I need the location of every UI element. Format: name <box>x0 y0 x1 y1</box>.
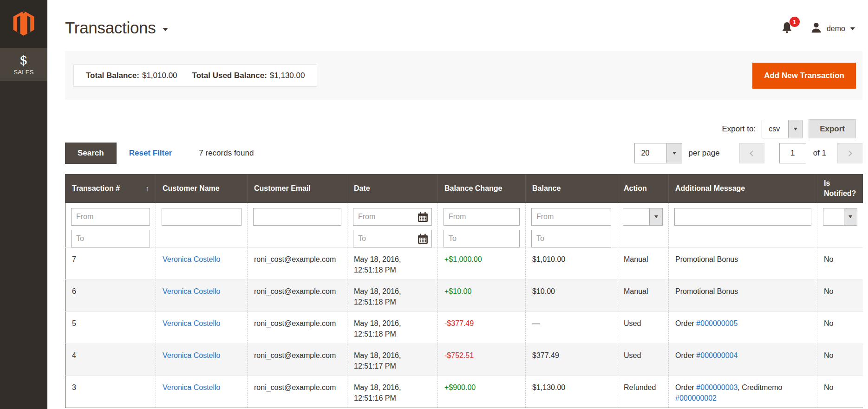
column-header-action[interactable]: Action <box>617 174 669 203</box>
customer-name-link[interactable]: Veronica Costello <box>163 255 221 263</box>
sidebar-item-sales[interactable]: $ SALES <box>0 48 47 81</box>
per-page-select[interactable]: 20 <box>634 143 682 163</box>
caret-down-icon <box>672 152 676 155</box>
column-header-balance[interactable]: Balance <box>526 174 617 203</box>
order-link[interactable]: #000000005 <box>696 319 737 327</box>
select-caret <box>666 143 682 163</box>
export-format-select[interactable]: csv <box>762 120 803 138</box>
date-from-calendar-button[interactable] <box>417 211 429 223</box>
column-header-additional-message[interactable]: Additional Message <box>669 174 817 203</box>
sidebar-item-label: SALES <box>13 69 33 76</box>
cell-is-notified: No <box>817 248 863 280</box>
cell-customer-name: Veronica Costello <box>156 376 248 408</box>
search-button[interactable]: Search <box>65 143 117 164</box>
filter-cell-balance <box>526 203 617 248</box>
column-header-is-notified[interactable]: Is Notified? <box>817 174 863 203</box>
next-page-button[interactable] <box>837 143 862 163</box>
add-new-transaction-button[interactable]: Add New Transaction <box>752 63 856 89</box>
filter-cell-is-notified <box>817 203 863 248</box>
filter-cell-transaction-id <box>65 203 156 248</box>
cell-customer-email: roni_cost@example.com <box>248 280 347 312</box>
transactions-table: ↑Transaction # Customer Name Customer Em… <box>65 174 863 408</box>
filter-notified-select[interactable] <box>823 208 857 226</box>
cell-balance-change: +$10.00 <box>438 280 526 312</box>
column-header-date[interactable]: Date <box>347 174 438 203</box>
cell-balance-change: +$1,000.00 <box>438 248 526 280</box>
column-header-customer-name[interactable]: Customer Name <box>156 174 248 203</box>
filter-cell-date <box>347 203 438 248</box>
customer-name-link[interactable]: Veronica Costello <box>163 383 221 391</box>
cell-customer-email: roni_cost@example.com <box>248 376 347 408</box>
filter-message-input[interactable] <box>674 208 811 226</box>
cell-date: May 18, 2016, 12:51:18 PM <box>347 280 438 312</box>
date-to-calendar-button[interactable] <box>417 233 429 245</box>
filter-balance-to-input[interactable] <box>531 230 611 247</box>
balance-summary-box: Total Balance:$1,010.00 Total Used Balan… <box>73 65 317 87</box>
cell-transaction-id: 7 <box>65 248 156 280</box>
column-header-customer-email[interactable]: Customer Email <box>248 174 347 203</box>
order-link[interactable]: #000000003 <box>696 383 737 391</box>
per-page-value: 20 <box>635 143 666 163</box>
filter-balance-change-from-input[interactable] <box>444 208 520 226</box>
chevron-right-icon <box>846 150 852 156</box>
previous-page-button[interactable] <box>739 143 764 163</box>
filter-action-select[interactable] <box>623 208 663 226</box>
cell-action: Used <box>617 312 669 344</box>
cell-balance: $1,010.00 <box>526 248 617 280</box>
cell-date: May 18, 2016, 12:51:17 PM <box>347 344 438 376</box>
table-row: 6 Veronica Costello roni_cost@example.co… <box>65 280 863 312</box>
calendar-icon <box>417 217 429 224</box>
reset-filter-link[interactable]: Reset Filter <box>129 149 172 158</box>
magento-logo[interactable] <box>0 0 47 48</box>
table-body: 7 Veronica Costello roni_cost@example.co… <box>65 248 863 408</box>
customer-name-link[interactable]: Veronica Costello <box>163 287 221 295</box>
filter-cell-customer-email <box>248 203 347 248</box>
chevron-left-icon <box>750 150 756 156</box>
export-to-label: Export to: <box>722 124 756 134</box>
cell-balance-change: -$752.51 <box>438 344 526 376</box>
cell-date: May 18, 2016, 12:51:16 PM <box>347 376 438 408</box>
cell-transaction-id: 6 <box>65 280 156 312</box>
select-caret <box>649 208 662 225</box>
admin-sidebar: $ SALES <box>0 0 47 409</box>
total-balance-label: Total Balance: <box>86 71 139 80</box>
cell-customer-email: roni_cost@example.com <box>248 312 347 344</box>
page-title-dropdown[interactable]: Transactions <box>65 19 168 36</box>
notification-badge: 1 <box>790 17 800 27</box>
order-link[interactable]: #000000002 <box>675 394 717 402</box>
customer-name-link[interactable]: Veronica Costello <box>163 351 221 359</box>
filter-balance-change-to-input[interactable] <box>444 230 520 247</box>
table-row: 4 Veronica Costello roni_cost@example.co… <box>65 344 863 376</box>
cell-transaction-id: 5 <box>65 312 156 344</box>
filter-transaction-to-input[interactable] <box>71 230 150 247</box>
table-row: 7 Veronica Costello roni_cost@example.co… <box>65 248 863 280</box>
per-page-label: per page <box>689 149 720 158</box>
filter-customer-name-input[interactable] <box>162 208 241 226</box>
column-header-balance-change[interactable]: Balance Change <box>438 174 526 203</box>
user-menu[interactable]: demo <box>810 21 855 36</box>
filter-balance-from-input[interactable] <box>531 208 611 226</box>
table-row: 3 Veronica Costello roni_cost@example.co… <box>65 376 863 408</box>
page-of-label: of 1 <box>813 149 826 158</box>
export-button[interactable]: Export <box>809 119 856 138</box>
customer-name-link[interactable]: Veronica Costello <box>163 319 221 327</box>
cell-balance: — <box>526 312 617 344</box>
cell-additional-message: Promotional Bonus <box>669 280 817 312</box>
page-number-input[interactable] <box>779 143 806 163</box>
caret-down-icon <box>654 215 658 218</box>
total-balance: Total Balance:$1,010.00 <box>86 71 177 80</box>
cell-additional-message: Order #000000005 <box>669 312 817 344</box>
order-link[interactable]: #000000004 <box>696 351 737 359</box>
filter-cell-additional-message <box>669 203 817 248</box>
caret-down-icon <box>794 128 797 130</box>
username: demo <box>827 25 845 33</box>
select-caret <box>844 208 857 225</box>
calendar-icon <box>417 239 429 246</box>
filter-transaction-from-input[interactable] <box>71 208 150 226</box>
cell-is-notified: No <box>817 280 863 312</box>
notifications-button[interactable]: 1 <box>781 21 793 36</box>
column-header-transaction-id[interactable]: ↑Transaction # <box>65 174 156 203</box>
cell-action: Manual <box>617 248 669 280</box>
filter-customer-email-input[interactable] <box>253 208 341 226</box>
cell-transaction-id: 4 <box>65 344 156 376</box>
